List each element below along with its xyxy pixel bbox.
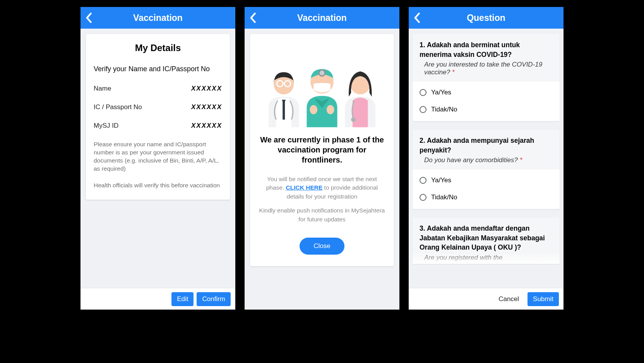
radio-icon [420, 177, 426, 184]
radio-icon [420, 194, 426, 201]
option-label: Tidak/No [431, 106, 457, 113]
options: Ya/Yes Tidak/No [413, 82, 560, 121]
svg-point-12 [327, 105, 334, 115]
option-label: Ya/Yes [431, 176, 451, 184]
question-translation: Are you interested to take the COVID-19 … [420, 61, 553, 76]
header-title: Vaccination [245, 13, 399, 23]
footer-bar: Cancel Submit [409, 288, 564, 310]
header-title: Question [409, 13, 564, 23]
phase-card: We are currently in phase 1 of the vacci… [250, 34, 394, 266]
chevron-left-icon [249, 12, 256, 23]
detail-row-mysj: MySJ ID XXXXXX [94, 122, 222, 130]
note-text: Please ensure your name and IC/passport … [94, 140, 222, 173]
radio-icon [420, 106, 426, 113]
back-button[interactable] [85, 7, 92, 29]
required-mark: * [452, 68, 455, 76]
detail-label: Name [94, 85, 111, 92]
question-block: 2. Adakah anda mempunyai sejarah penyaki… [413, 130, 560, 209]
svg-point-10 [319, 70, 325, 76]
detail-row-name: Name XXXXXX [94, 85, 222, 92]
question-block: 3. Adakah anda mendaftar dengan Jabatan … [413, 217, 560, 264]
footer-bar: Edit Confirm [80, 288, 235, 310]
detail-label: IC / Passport No [94, 103, 142, 111]
confirm-button[interactable]: Confirm [197, 292, 231, 306]
edit-button[interactable]: Edit [171, 292, 194, 306]
question-translation: Do you have any comorbidities? * [420, 156, 553, 164]
cancel-button[interactable]: Cancel [493, 292, 524, 306]
question-body: 1. Adakah anda berminat untuk menerima v… [409, 29, 564, 310]
app-header: Vaccination [245, 7, 399, 29]
back-button[interactable] [249, 7, 256, 29]
radio-option-no[interactable]: Tidak/No [420, 189, 553, 206]
radio-option-no[interactable]: Tidak/No [420, 101, 553, 118]
screen-body: We are currently in phase 1 of the vacci… [245, 29, 399, 310]
question-number: 2. [420, 137, 425, 144]
radio-icon [420, 89, 426, 96]
question-text: Adakah anda berminat untuk menerima vaks… [420, 41, 520, 58]
option-label: Tidak/No [431, 193, 457, 201]
phase-info-2: Kindly enable push notifications in MySe… [257, 206, 387, 224]
phase-title: We are currently in phase 1 of the vacci… [259, 135, 385, 165]
question-translation: Are you registered with the [420, 254, 553, 262]
close-button[interactable]: Close [300, 238, 344, 255]
svg-point-11 [310, 105, 317, 115]
option-label: Ya/Yes [431, 89, 451, 96]
detail-value: XXXXXX [191, 122, 222, 130]
question-header: 1. Adakah anda berminat untuk menerima v… [413, 34, 560, 82]
click-here-link[interactable]: CLICK HERE [286, 184, 323, 191]
question-text: Adakah anda mempunyai sejarah penyakit? [420, 137, 534, 154]
detail-label: MySJ ID [94, 122, 118, 130]
question-header: 3. Adakah anda mendaftar dengan Jabatan … [413, 217, 560, 264]
header-title: Vaccination [80, 13, 235, 23]
required-mark: * [520, 156, 522, 164]
question-block: 1. Adakah anda berminat untuk menerima v… [413, 34, 560, 121]
submit-button[interactable]: Submit [528, 292, 559, 306]
question-number: 1. [420, 41, 425, 49]
phase-info-1: You will be notified once we start the n… [257, 175, 387, 201]
detail-value: XXXXXX [191, 103, 222, 111]
details-card: My Details Verify your Name and IC/Passp… [86, 34, 230, 200]
question-header: 2. Adakah anda mempunyai sejarah penyaki… [413, 130, 560, 170]
options: Ya/Yes Tidak/No [413, 170, 560, 209]
doctors-illustration [257, 50, 387, 128]
screen-question: Question 1. Adakah anda berminat untuk m… [409, 7, 564, 310]
verify-instruction: Verify your Name and IC/Passport No [94, 65, 222, 73]
radio-option-yes[interactable]: Ya/Yes [420, 84, 553, 101]
detail-value: XXXXXX [191, 85, 222, 92]
screen-body: My Details Verify your Name and IC/Passp… [80, 29, 235, 310]
chevron-left-icon [413, 12, 420, 23]
radio-option-yes[interactable]: Ya/Yes [420, 172, 553, 189]
svg-point-7 [351, 117, 356, 122]
back-button[interactable] [413, 7, 420, 29]
question-text: Adakah anda mendaftar dengan Jabatan Keb… [420, 224, 545, 251]
note-text: Health officials will verify this before… [94, 182, 222, 190]
screen-my-details: Vaccination My Details Verify your Name … [80, 7, 235, 310]
chevron-left-icon [85, 12, 92, 23]
screen-phase-info: Vaccination [245, 7, 399, 310]
card-title: My Details [94, 43, 222, 53]
detail-row-ic: IC / Passport No XXXXXX [94, 103, 222, 111]
app-header: Question [409, 7, 564, 29]
question-number: 3. [420, 224, 425, 232]
app-header: Vaccination [80, 7, 235, 29]
